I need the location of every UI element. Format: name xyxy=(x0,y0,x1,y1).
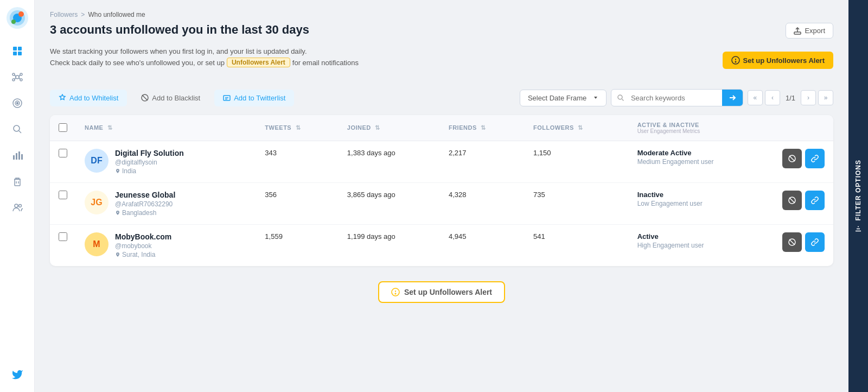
info-section: We start tracking your followers when yo… xyxy=(50,47,359,78)
engagement-3: Active High Engagement user xyxy=(629,225,774,267)
user-handle-3: @mobybook xyxy=(115,242,171,250)
user-cell-2: JG Jeunesse Global @ArafatR70632290 Bang… xyxy=(85,191,247,217)
svg-point-20 xyxy=(16,103,18,104)
svg-rect-26 xyxy=(21,154,23,160)
info-line2-prefix: Check back daily to see who's unfollowed… xyxy=(50,59,225,67)
col-friends-sort-icon: ⇅ xyxy=(481,124,486,131)
user-cell-3: M MobyBook.com @mobybook Surat, India xyxy=(85,232,247,258)
filter-options-sidebar[interactable]: FILTER OPTIONS xyxy=(848,0,868,392)
block-button-2[interactable] xyxy=(782,191,802,210)
header-right-actions: Export xyxy=(786,23,833,39)
svg-rect-24 xyxy=(16,153,17,160)
user-handle-2: @ArafatR70632290 xyxy=(115,200,175,208)
page-prev-button[interactable]: ‹ xyxy=(765,90,780,105)
tweets-1: 343 xyxy=(256,141,339,183)
sidebar-item-analytics[interactable] xyxy=(7,144,28,166)
col-tweets[interactable]: TWEETS ⇅ xyxy=(256,115,339,141)
svg-rect-25 xyxy=(18,151,20,160)
add-twitterlist-label: Add to Twitterlist xyxy=(234,94,285,102)
svg-point-11 xyxy=(20,73,22,75)
info-line2-suffix: for email notifications xyxy=(292,59,359,67)
block-button-3[interactable] xyxy=(782,232,802,252)
toolbar-right: Select Date Frame xyxy=(520,89,833,106)
export-label: Export xyxy=(805,27,825,35)
link-button-3[interactable] xyxy=(805,232,825,252)
col-joined-sort-icon: ⇅ xyxy=(375,124,380,131)
engagement-2: Inactive Low Engagement user xyxy=(629,183,774,225)
date-frame-dropdown[interactable]: Select Date Frame xyxy=(520,90,607,106)
location-icon-2 xyxy=(115,210,120,216)
select-all-checkbox[interactable] xyxy=(59,123,67,132)
user-name-3: MobyBook.com xyxy=(115,232,171,241)
svg-line-37 xyxy=(142,95,148,100)
page-last-button[interactable]: » xyxy=(818,90,833,105)
svg-point-21 xyxy=(14,125,20,131)
setup-alert-top-button[interactable]: Set up Unfollowers Alert xyxy=(723,52,833,69)
breadcrumb-current: Who unfollowed me xyxy=(88,11,145,18)
link-button-2[interactable] xyxy=(805,191,825,210)
action-btns-3 xyxy=(782,232,825,252)
info-line2: Check back daily to see who's unfollowed… xyxy=(50,58,359,67)
toolbar: Add to Whitelist Add to Blacklist Add to… xyxy=(50,89,833,106)
page-first-button[interactable]: « xyxy=(748,90,763,105)
content-area: Followers > Who unfollowed me 3 accounts… xyxy=(35,0,848,392)
sidebar-item-twitter[interactable] xyxy=(7,364,28,385)
sidebar-item-target[interactable] xyxy=(7,92,28,114)
col-tweets-sort-icon: ⇅ xyxy=(296,124,301,131)
svg-point-3 xyxy=(18,11,24,17)
user-location-2: Bangladesh xyxy=(115,209,175,217)
sidebar-item-trash[interactable] xyxy=(7,170,28,192)
svg-line-45 xyxy=(789,156,795,161)
link-button-1[interactable] xyxy=(805,149,825,168)
search-icon xyxy=(617,94,624,102)
setup-alert-bottom-button[interactable]: Set up Unfollowers Alert xyxy=(378,281,505,303)
sidebar-item-dashboard[interactable] xyxy=(7,40,28,62)
row-checkbox-1[interactable] xyxy=(59,149,67,157)
location-icon-1 xyxy=(115,168,120,174)
user-handle-1: @digitalflysoin xyxy=(115,159,184,166)
sidebar-item-network[interactable] xyxy=(7,66,28,88)
svg-line-16 xyxy=(15,78,16,79)
svg-point-9 xyxy=(16,75,19,79)
block-button-1[interactable] xyxy=(782,149,802,168)
user-info-2: Jeunesse Global @ArafatR70632290 Banglad… xyxy=(115,191,175,217)
page-title: 3 accounts unfollowed you in the last 30… xyxy=(50,23,309,37)
user-location-1: India xyxy=(115,167,184,175)
export-button[interactable]: Export xyxy=(786,23,833,39)
svg-point-35 xyxy=(735,61,736,62)
date-frame-label: Select Date Frame xyxy=(528,94,586,102)
sidebar-item-search[interactable] xyxy=(7,118,28,140)
col-joined[interactable]: JOINED ⇅ xyxy=(339,115,440,141)
row-checkbox-3[interactable] xyxy=(59,232,67,241)
col-name[interactable]: NAME ⇅ xyxy=(76,115,256,141)
add-twitterlist-button[interactable]: Add to Twitterlist xyxy=(214,90,294,106)
friends-1: 2,217 xyxy=(440,141,525,183)
add-blacklist-button[interactable]: Add to Blacklist xyxy=(132,90,209,106)
table-row: M MobyBook.com @mobybook Surat, India 1,… xyxy=(50,225,833,267)
search-input[interactable] xyxy=(624,90,722,106)
breadcrumb-separator: > xyxy=(81,11,85,18)
svg-rect-32 xyxy=(794,32,801,34)
user-cell-1: DF Digital Fly Solution @digitalflysoin … xyxy=(85,149,247,175)
avatar-1: DF xyxy=(85,149,108,173)
avatar-3: M xyxy=(85,232,108,256)
svg-rect-6 xyxy=(18,47,22,50)
svg-line-17 xyxy=(19,78,20,79)
add-whitelist-label: Add to Whitelist xyxy=(69,94,118,102)
joined-2: 3,865 days ago xyxy=(339,183,440,225)
row-checkbox-2[interactable] xyxy=(59,191,67,199)
user-info-3: MobyBook.com @mobybook Surat, India xyxy=(115,232,171,258)
add-whitelist-button[interactable]: Add to Whitelist xyxy=(50,90,127,106)
avatar-2: JG xyxy=(85,191,108,214)
breadcrumb-parent[interactable]: Followers xyxy=(50,11,78,18)
page-next-button[interactable]: › xyxy=(801,90,816,105)
followers-1: 1,150 xyxy=(525,141,629,183)
col-followers[interactable]: FOLLOWERS ⇅ xyxy=(525,115,629,141)
sidebar xyxy=(0,0,35,392)
search-button[interactable] xyxy=(722,90,743,106)
unfollowers-alert-link[interactable]: Unfollowers Alert xyxy=(227,58,290,67)
svg-rect-23 xyxy=(13,155,15,160)
col-friends[interactable]: FRIENDS ⇅ xyxy=(440,115,525,141)
svg-line-47 xyxy=(789,198,795,203)
sidebar-item-users[interactable] xyxy=(7,197,28,218)
